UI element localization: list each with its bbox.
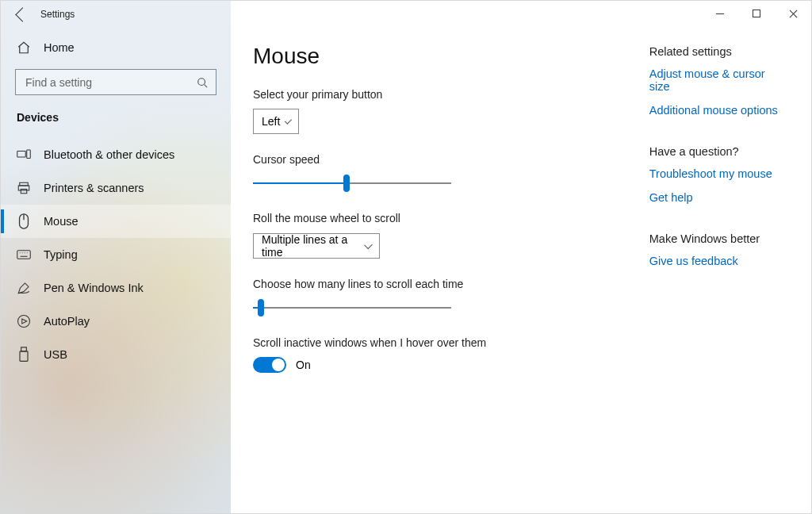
nav-printers[interactable]: Printers & scanners [1, 171, 231, 205]
autoplay-icon [17, 314, 31, 328]
search-icon [197, 77, 208, 88]
mouse-icon [17, 214, 31, 228]
svg-point-0 [198, 78, 205, 85]
question-heading: Have a question? [649, 145, 783, 158]
link-get-help[interactable]: Get help [649, 191, 783, 204]
better-heading: Make Windows better [649, 232, 783, 245]
primary-button-dropdown[interactable]: Left [253, 109, 299, 134]
back-arrow-icon [15, 7, 29, 21]
link-troubleshoot-mouse[interactable]: Troubleshoot my mouse [649, 167, 783, 180]
printer-icon [17, 181, 31, 195]
nav-label: Printers & scanners [44, 182, 144, 194]
content-area: Mouse Select your primary button Left Cu… [231, 1, 811, 513]
svg-rect-4 [20, 182, 29, 186]
nav-bluetooth[interactable]: Bluetooth & other devices [1, 138, 231, 171]
slider-fill [253, 182, 347, 184]
side-column: Related settings Adjust mouse & cursor s… [649, 44, 783, 513]
keyboard-icon [17, 247, 31, 262]
nav-autoplay[interactable]: AutoPlay [1, 305, 231, 338]
devices-icon [17, 148, 31, 162]
search-input[interactable] [24, 75, 197, 90]
nav-label: USB [44, 348, 67, 361]
svg-rect-16 [21, 347, 27, 351]
page-title: Mouse [253, 44, 618, 69]
nav-typing[interactable]: Typing [1, 238, 231, 271]
close-button[interactable] [775, 1, 811, 26]
nav-label: Typing [44, 248, 78, 261]
svg-rect-6 [21, 190, 27, 194]
nav-label: Mouse [44, 215, 79, 228]
home-icon [17, 40, 31, 55]
titlebar: Settings [1, 1, 231, 28]
nav-label: AutoPlay [44, 315, 90, 328]
primary-button-value: Left [262, 115, 280, 128]
wheel-scroll-value: Multiple lines at a time [262, 233, 359, 259]
nav-label: Bluetooth & other devices [44, 148, 174, 161]
sidebar: Settings Home Devices Bluetooth & oth [1, 1, 231, 513]
back-button[interactable] [7, 1, 34, 28]
main-column: Mouse Select your primary button Left Cu… [253, 44, 618, 513]
slider-thumb[interactable] [343, 175, 350, 192]
minimize-button[interactable] [702, 1, 738, 26]
close-icon [789, 10, 798, 18]
app-title: Settings [40, 9, 75, 20]
cursor-speed-label: Cursor speed [253, 153, 618, 166]
svg-rect-2 [17, 152, 26, 158]
nav-usb[interactable]: USB [1, 338, 231, 371]
hover-scroll-value: On [296, 359, 311, 371]
svg-rect-17 [20, 351, 28, 362]
lines-scroll-slider[interactable] [253, 298, 451, 317]
svg-rect-5 [18, 186, 29, 190]
nav-mouse[interactable]: Mouse [1, 205, 231, 238]
wheel-scroll-label: Roll the mouse wheel to scroll [253, 212, 618, 224]
nav-list: Bluetooth & other devices Printers & sca… [1, 138, 231, 371]
svg-rect-9 [17, 251, 31, 259]
category-header: Devices [1, 95, 231, 130]
chevron-down-icon [285, 117, 292, 124]
settings-window: Settings Home Devices Bluetooth & oth [0, 0, 812, 514]
toggle-knob [272, 359, 285, 371]
link-give-feedback[interactable]: Give us feedback [649, 255, 783, 267]
maximize-button[interactable] [738, 1, 775, 26]
slider-track [253, 307, 451, 309]
wheel-scroll-dropdown[interactable]: Multiple lines at a time [253, 233, 380, 259]
pen-icon [17, 281, 31, 295]
cursor-speed-slider[interactable] [253, 174, 451, 193]
chevron-down-icon [364, 240, 373, 249]
home-label: Home [44, 41, 75, 54]
usb-icon [17, 347, 31, 362]
lines-scroll-label: Choose how many lines to scroll each tim… [253, 278, 618, 290]
hover-scroll-label: Scroll inactive windows when I hover ove… [253, 336, 618, 349]
slider-thumb[interactable] [258, 299, 264, 316]
related-settings-heading: Related settings [649, 45, 783, 58]
search-box[interactable] [15, 69, 216, 95]
nav-label: Pen & Windows Ink [44, 282, 144, 294]
link-additional-mouse-options[interactable]: Additional mouse options [649, 104, 783, 117]
minimize-icon [716, 13, 724, 14]
hover-scroll-toggle[interactable] [253, 357, 286, 373]
svg-point-15 [18, 316, 30, 328]
svg-line-1 [205, 84, 208, 87]
maximize-icon [753, 10, 760, 17]
nav-pen[interactable]: Pen & Windows Ink [1, 271, 231, 305]
link-adjust-cursor-size[interactable]: Adjust mouse & cursor size [649, 67, 783, 93]
primary-button-label: Select your primary button [253, 88, 618, 101]
window-controls [702, 1, 811, 26]
home-nav[interactable]: Home [1, 33, 231, 63]
svg-rect-3 [27, 150, 31, 159]
